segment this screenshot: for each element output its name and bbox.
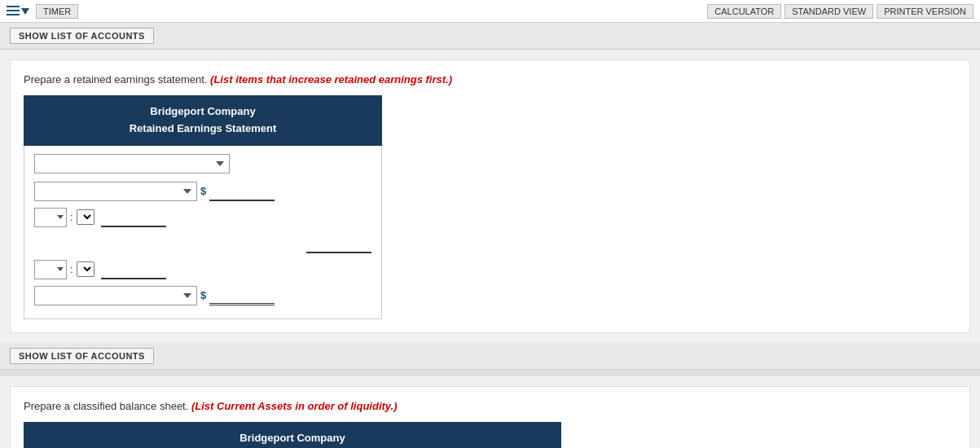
balance-sheet-instruction: Prepare a classified balance sheet. (Lis… (24, 400, 956, 412)
label-select-4[interactable] (34, 286, 197, 305)
balance-sheet-container: Bridgeport Company Balance Sheet Assets (24, 422, 561, 448)
label-select-2b[interactable] (77, 209, 94, 225)
total-input-2[interactable] (306, 234, 371, 253)
balance-instruction-emphasis: (List Current Assets in order of liquidi… (191, 400, 398, 412)
date-row (31, 152, 375, 175)
form-row-1: $ (31, 182, 375, 201)
show-accounts-top-bar: SHOW LIST OF ACCOUNTS (0, 23, 980, 50)
nav-menu-icon[interactable] (7, 6, 29, 17)
form-row-4: $ (31, 286, 375, 305)
amount-input-2[interactable] (101, 208, 166, 227)
amount-input-1[interactable] (209, 182, 275, 201)
balance-company-name: Bridgeport Company (32, 430, 553, 447)
retained-earnings-instruction: Prepare a retained earnings statement. (… (24, 73, 956, 86)
top-toolbar: TIMER CALCULATOR STANDARD VIEW PRINTER V… (0, 0, 980, 23)
toolbar-left: TIMER (7, 4, 78, 19)
sub-form-row-2: : (31, 208, 375, 227)
section-divider (0, 370, 980, 376)
printer-version-button[interactable]: PRINTER VERSION (877, 4, 973, 19)
small-select-2a[interactable] (34, 208, 67, 227)
colon-sep-3: : (70, 263, 73, 275)
dollar-sign-1: $ (200, 185, 206, 197)
label-select-1[interactable] (34, 182, 197, 201)
instruction-emphasis: (List items that increase retained earni… (210, 73, 452, 86)
svg-rect-1 (7, 10, 20, 11)
show-accounts-bottom-bar: SHOW LIST OF ACCOUNTS (0, 343, 980, 370)
retained-earnings-section: Prepare a retained earnings statement. (… (10, 59, 970, 333)
company-name: Bridgeport Company (32, 103, 374, 121)
show-list-bottom-button[interactable]: SHOW LIST OF ACCOUNTS (10, 348, 154, 364)
statement-title: Retained Earnings Statement (32, 121, 374, 138)
colon-sep-2: : (70, 211, 73, 223)
show-list-top-button[interactable]: SHOW LIST OF ACCOUNTS (10, 28, 154, 44)
calculator-button[interactable]: CALCULATOR (707, 4, 781, 19)
sub-form-row-3: : (31, 260, 375, 279)
date-dropdown[interactable] (34, 154, 230, 173)
instruction-text-plain: Prepare a retained earnings statement. (24, 73, 207, 86)
dollar-sign-4: $ (200, 289, 206, 301)
amount-input-4[interactable] (209, 286, 275, 305)
total-row-2 (31, 234, 375, 253)
svg-rect-2 (7, 14, 20, 15)
svg-marker-3 (21, 8, 29, 15)
svg-rect-0 (7, 6, 20, 7)
balance-instruction-plain: Prepare a classified balance sheet. (24, 400, 188, 412)
timer-button[interactable]: TIMER (36, 4, 78, 19)
balance-sheet-section: Prepare a classified balance sheet. (Lis… (10, 386, 970, 448)
amount-input-3[interactable] (101, 260, 166, 279)
balance-sheet-header: Bridgeport Company Balance Sheet (24, 422, 561, 448)
standard-view-button[interactable]: STANDARD VIEW (784, 4, 873, 19)
label-select-3b[interactable] (77, 261, 94, 277)
retained-earnings-header: Bridgeport Company Retained Earnings Sta… (24, 95, 382, 146)
small-select-3a[interactable] (34, 260, 67, 279)
toolbar-right: CALCULATOR STANDARD VIEW PRINTER VERSION (707, 4, 973, 19)
retained-earnings-container: Bridgeport Company Retained Earnings Sta… (24, 95, 382, 319)
statement-body: $ : (24, 146, 382, 319)
